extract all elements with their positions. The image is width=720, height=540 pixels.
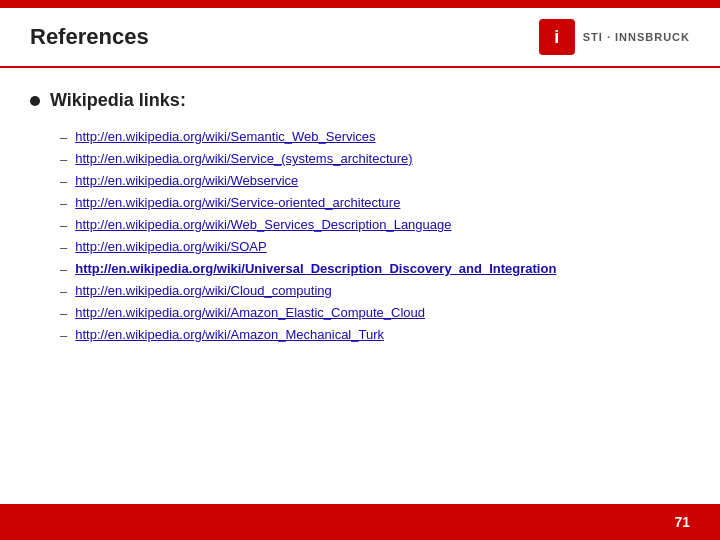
- page-title: References: [30, 24, 149, 50]
- list-item: –http://en.wikipedia.org/wiki/SOAP: [60, 239, 690, 255]
- top-accent-bar: [0, 0, 720, 8]
- dash-icon: –: [60, 284, 67, 299]
- header: References i STI · INNSBRUCK: [0, 8, 720, 68]
- wiki-link[interactable]: http://en.wikipedia.org/wiki/Cloud_compu…: [75, 283, 332, 298]
- dash-icon: –: [60, 262, 67, 277]
- wiki-link[interactable]: http://en.wikipedia.org/wiki/Amazon_Mech…: [75, 327, 384, 342]
- list-item: –http://en.wikipedia.org/wiki/Web_Servic…: [60, 217, 690, 233]
- wiki-link[interactable]: http://en.wikipedia.org/wiki/Universal_D…: [75, 261, 556, 276]
- dash-icon: –: [60, 152, 67, 167]
- wiki-link[interactable]: http://en.wikipedia.org/wiki/Web_Service…: [75, 217, 451, 232]
- list-item: –http://en.wikipedia.org/wiki/Amazon_Ela…: [60, 305, 690, 321]
- page-number: 71: [674, 514, 690, 530]
- dash-icon: –: [60, 328, 67, 343]
- list-item: –http://en.wikipedia.org/wiki/Semantic_W…: [60, 129, 690, 145]
- links-list: –http://en.wikipedia.org/wiki/Semantic_W…: [30, 129, 690, 343]
- wiki-link[interactable]: http://en.wikipedia.org/wiki/Service-ori…: [75, 195, 400, 210]
- section-title: Wikipedia links:: [50, 90, 186, 111]
- dash-icon: –: [60, 130, 67, 145]
- logo-icon-letter: i: [554, 27, 559, 48]
- list-item: –http://en.wikipedia.org/wiki/Cloud_comp…: [60, 283, 690, 299]
- list-item: –http://en.wikipedia.org/wiki/Amazon_Mec…: [60, 327, 690, 343]
- logo-text: STI · INNSBRUCK: [583, 31, 690, 43]
- wiki-link[interactable]: http://en.wikipedia.org/wiki/Amazon_Elas…: [75, 305, 425, 320]
- list-item: –http://en.wikipedia.org/wiki/Webservice: [60, 173, 690, 189]
- dash-icon: –: [60, 218, 67, 233]
- wiki-link[interactable]: http://en.wikipedia.org/wiki/Semantic_We…: [75, 129, 375, 144]
- list-item: –http://en.wikipedia.org/wiki/Universal_…: [60, 261, 690, 277]
- wiki-link[interactable]: http://en.wikipedia.org/wiki/SOAP: [75, 239, 266, 254]
- list-item: –http://en.wikipedia.org/wiki/Service_(s…: [60, 151, 690, 167]
- dash-icon: –: [60, 240, 67, 255]
- logo-icon: i: [539, 19, 575, 55]
- dash-icon: –: [60, 306, 67, 321]
- main-content: Wikipedia links: –http://en.wikipedia.or…: [30, 80, 690, 500]
- section-header: Wikipedia links:: [30, 90, 690, 111]
- bullet-icon: [30, 96, 40, 106]
- wiki-link[interactable]: http://en.wikipedia.org/wiki/Webservice: [75, 173, 298, 188]
- dash-icon: –: [60, 174, 67, 189]
- slide: References i STI · INNSBRUCK Wikipedia l…: [0, 0, 720, 540]
- logo-area: i STI · INNSBRUCK: [539, 19, 690, 55]
- list-item: –http://en.wikipedia.org/wiki/Service-or…: [60, 195, 690, 211]
- dash-icon: –: [60, 196, 67, 211]
- bottom-bar: 71: [0, 504, 720, 540]
- wiki-link[interactable]: http://en.wikipedia.org/wiki/Service_(sy…: [75, 151, 412, 166]
